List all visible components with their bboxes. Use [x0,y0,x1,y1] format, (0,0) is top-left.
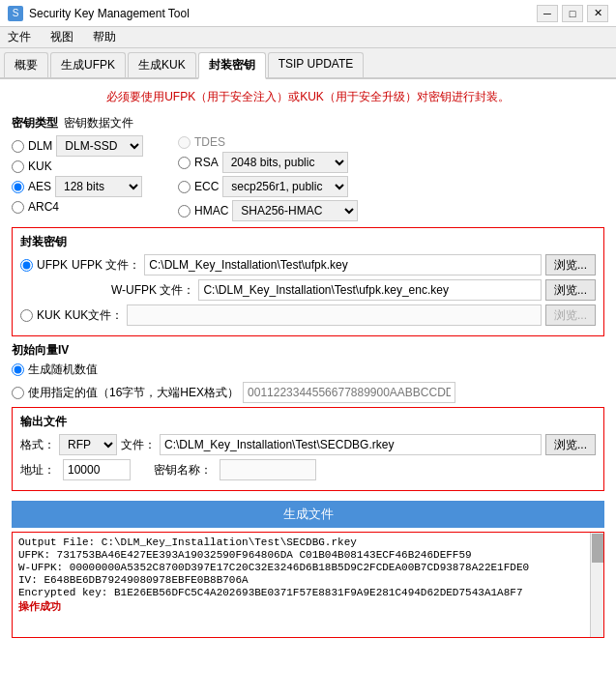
seal-key-section: 封装密钥 UFPK UFPK 文件： 浏览... W-UFPK 文件： 浏览..… [12,227,604,336]
iv-specific-row: 使用指定的值（16字节，大端HEX格式） [12,382,604,403]
label-ufpk: UFPK [37,258,68,272]
radio-dlm[interactable] [12,140,24,153]
radio-aes[interactable] [12,181,24,193]
window-controls: ─ □ ✕ [537,5,608,22]
scrollbar-track[interactable] [590,533,603,637]
menu-help[interactable]: 帮助 [89,28,120,46]
label-iv-random: 生成随机数值 [28,362,98,378]
key-name-input[interactable] [220,459,316,480]
iv-section-title: 初始向量IV [12,342,604,359]
radio-iv-random[interactable] [12,363,24,376]
tab-gen-kuk[interactable]: 生成KUK [128,52,196,77]
output-file-row: 格式： RFP HEX 文件： 浏览... [20,434,596,455]
ufpk-browse-button[interactable]: 浏览... [545,254,596,276]
output-file-input[interactable] [160,434,542,455]
label-rsa: RSA [194,156,219,169]
log-line-3: IV: E648BE6DB79249080978EBFE0B8B706A [18,574,598,586]
address-row: 地址： 密钥名称： [20,459,596,480]
format-select[interactable]: RFP HEX [59,434,117,455]
label-arc4: ARC4 [28,200,59,214]
wufpk-file-label: W-UFPK 文件： [111,282,194,299]
log-line-1: UFPK: 731753BA46E427EE393A19032590F96480… [18,549,598,561]
app-icon: S [8,6,23,21]
log-line-4: Encrypted key: B1E26EB56DFC5C4A202693BE0… [18,587,598,598]
keytype-dlm-row: DLM DLM-SSD [12,135,166,157]
radio-tdes [178,136,191,149]
format-label: 格式： [20,437,55,453]
log-area: Output File: C:\DLM_Key_Installation\Tes… [12,532,604,638]
radio-kuk-seal[interactable] [20,309,33,322]
scrollbar-thumb[interactable] [592,534,603,563]
keytype-arc4-row: ARC4 [12,200,166,214]
kuk-file-label: KUK文件： [65,307,124,324]
ufpk-file-input[interactable] [144,254,542,276]
kuk-file-input[interactable] [127,304,542,326]
radio-kuk[interactable] [12,160,24,173]
address-input[interactable] [63,459,131,480]
wufpk-file-input[interactable] [198,279,542,301]
select-dlm[interactable]: DLM-SSD [56,135,143,157]
iv-section: 初始向量IV 生成随机数值 使用指定的值（16字节，大端HEX格式） [12,342,604,403]
ufpk-row: UFPK UFPK 文件： 浏览... [20,254,596,276]
log-line-2: W-UFPK: 00000000A5352C8700D397E17C20C32E… [18,562,598,573]
wufpk-row: W-UFPK 文件： 浏览... [20,279,596,301]
maximize-button[interactable]: □ [562,5,583,22]
output-title: 输出文件 [20,414,596,430]
menu-view[interactable]: 视图 [46,28,77,46]
label-hmac: HMAC [194,204,228,218]
main-content: 必须要使用UFPK（用于安全注入）或KUK（用于安全升级）对密钥进行封装。 密钥… [0,79,616,696]
ufpk-file-label: UFPK 文件： [72,257,140,274]
algo-hmac-row: HMAC SHA256-HMAC [178,200,358,221]
keytype-aes-row: AES 128 bits 256 bits [12,176,166,197]
label-kuk-seal: KUK [37,308,61,322]
label-dlm: DLM [28,139,52,153]
radio-arc4[interactable] [12,201,24,214]
key-type-label: 密钥类型 [12,115,60,131]
notice-text: 必须要使用UFPK（用于安全注入）或KUK（用于安全升级）对密钥进行封装。 [12,87,604,107]
label-iv-specific: 使用指定的值（16字节，大端HEX格式） [28,385,239,401]
kuk-seal-row: KUK KUK文件： 浏览... [20,304,596,326]
tab-seal-key[interactable]: 封装密钥 [198,52,266,79]
tab-tsip[interactable]: TSIP UPDATE [268,52,365,77]
tab-overview[interactable]: 概要 [4,52,48,77]
key-type-row: 密钥类型 密钥数据文件 [12,115,604,131]
log-line-0: Output File: C:\DLM_Key_Installation\Tes… [18,536,598,548]
iv-specific-input[interactable] [243,382,455,403]
radio-hmac[interactable] [178,205,191,218]
minimize-button[interactable]: ─ [537,5,558,22]
output-browse-button[interactable]: 浏览... [545,434,596,455]
wufpk-browse-button[interactable]: 浏览... [545,279,596,301]
radio-ufpk[interactable] [20,259,33,272]
address-label: 地址： [20,462,55,478]
radio-ecc[interactable] [178,181,191,193]
file-label: 文件： [121,437,156,453]
select-aes[interactable]: 128 bits 256 bits [55,176,142,197]
title-bar: S Security Key Management Tool ─ □ ✕ [0,0,616,27]
radio-rsa[interactable] [178,157,191,169]
tabs-bar: 概要 生成UFPK 生成KUK 封装密钥 TSIP UPDATE [0,48,616,79]
close-button[interactable]: ✕ [587,5,608,22]
algo-tdes-row: TDES [178,135,358,149]
menu-bar: 文件 视图 帮助 [0,27,616,48]
tab-gen-ufpk[interactable]: 生成UFPK [50,52,126,77]
label-aes: AES [28,180,51,193]
menu-file[interactable]: 文件 [4,28,35,46]
label-kuk: KUK [28,160,52,173]
label-tdes: TDES [194,135,225,149]
radio-iv-specific[interactable] [12,387,24,399]
iv-random-row: 生成随机数值 [12,362,604,378]
seal-key-title: 封装密钥 [20,234,596,250]
keytype-kuk-row: KUK [12,160,166,173]
output-section: 输出文件 格式： RFP HEX 文件： 浏览... 地址： 密钥名称： [12,407,604,491]
key-data-file-label: 密钥数据文件 [64,115,133,131]
select-hmac[interactable]: SHA256-HMAC [232,200,358,221]
algo-rsa-row: RSA 2048 bits, public [178,152,358,173]
algo-ecc-row: ECC secp256r1, public [178,176,358,197]
log-line-5: 操作成功 [18,599,598,614]
kuk-browse-button[interactable]: 浏览... [545,304,596,326]
label-ecc: ECC [194,180,219,193]
select-rsa[interactable]: 2048 bits, public [222,152,348,173]
select-ecc[interactable]: secp256r1, public [222,176,348,197]
window-title: Security Key Management Tool [29,7,190,20]
generate-button[interactable]: 生成文件 [12,501,604,528]
